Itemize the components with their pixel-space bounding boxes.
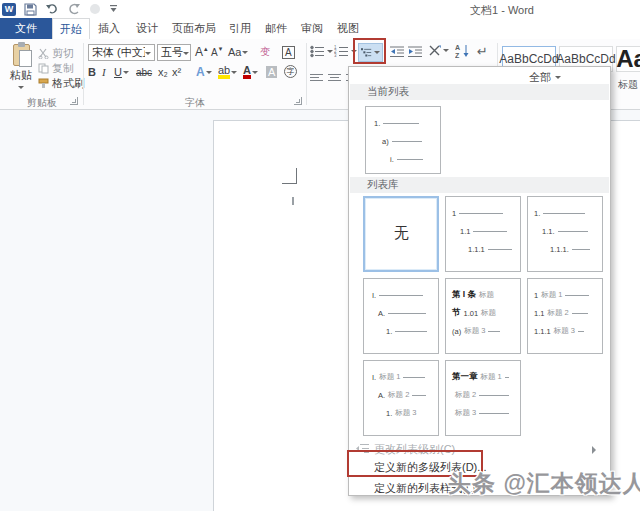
font-name-combo[interactable]: 宋体 (中文正文	[88, 44, 155, 61]
asian-layout-button[interactable]	[428, 44, 449, 57]
shrink-font-button[interactable]: A▾	[211, 44, 222, 60]
font-size-combo[interactable]: 五号	[157, 44, 191, 61]
list-style-option-7[interactable]: 第一章标题 1标题 2标题 3	[445, 360, 521, 436]
margin-crop-mark	[282, 168, 297, 184]
font-group-label: 字体	[185, 96, 205, 110]
gallery-filter-dropdown[interactable]: 全部	[529, 70, 561, 85]
copy-button[interactable]: 复制	[38, 61, 74, 75]
paste-dropdown-caret[interactable]	[18, 86, 24, 92]
format-painter-button[interactable]: 格式刷	[38, 76, 85, 90]
text-cursor	[292, 197, 294, 205]
redo-icon[interactable]	[68, 3, 81, 15]
font-size-value: 五号	[161, 45, 183, 60]
customize-qat-icon[interactable]	[109, 4, 118, 14]
svg-text:Z: Z	[455, 52, 460, 58]
svg-text:3: 3	[334, 53, 337, 58]
clipboard-dialog-launcher[interactable]	[70, 97, 78, 105]
window-title: 文档1 - Word	[452, 3, 552, 18]
gallery-filter-label: 全部	[529, 70, 551, 85]
undo-icon[interactable]	[45, 3, 60, 15]
style-name-label: 标题	[618, 78, 638, 92]
bullets-button[interactable]	[310, 45, 333, 58]
decrease-indent-button[interactable]	[390, 46, 404, 58]
tab-2[interactable]: 设计	[128, 18, 166, 39]
paste-clipboard-icon	[13, 44, 30, 66]
tab-5[interactable]: 邮件	[258, 18, 294, 39]
character-border-button[interactable]: A	[282, 44, 295, 60]
enclose-characters-button[interactable]: 字	[284, 63, 297, 79]
cut-label: 剪切	[52, 46, 74, 61]
save-icon[interactable]	[24, 3, 37, 16]
current-list-preview[interactable]: 1.a)i.	[365, 106, 441, 174]
italic-button[interactable]: I	[102, 64, 106, 80]
text-effects-button[interactable]: A	[196, 64, 212, 80]
list-style-option-5[interactable]: 1标题 11.1标题 21.1.1标题 3	[527, 278, 603, 354]
tab-6[interactable]: 审阅	[294, 18, 330, 39]
copy-label: 复制	[52, 61, 74, 76]
svg-text:A: A	[455, 44, 460, 51]
submenu-arrow-icon	[592, 446, 600, 454]
list-style-option-4[interactable]: 第 I 条标题节1.01标题(a)标题 3	[445, 278, 521, 354]
title-bar: W 文档1 - Word	[0, 0, 640, 18]
tab-file[interactable]: 文件	[0, 18, 52, 39]
list-style-option-1[interactable]: 11.11.1.1	[445, 196, 521, 272]
cut-button[interactable]: 剪切	[38, 46, 74, 60]
show-hide-marks-button[interactable]: ↵	[477, 44, 488, 59]
tab-3[interactable]: 页面布局	[166, 18, 222, 39]
group-separator	[306, 43, 307, 105]
highlight-color-button[interactable]: ab	[218, 64, 237, 80]
change-level-icon	[356, 443, 369, 456]
paste-button[interactable]: 粘贴	[6, 44, 36, 94]
clipboard-group-label: 剪贴板	[27, 96, 57, 110]
tab-1[interactable]: 插入	[90, 18, 128, 39]
font-dialog-launcher[interactable]	[294, 97, 302, 105]
list-style-option-3[interactable]: I.A.1.	[363, 278, 439, 354]
strikethrough-button[interactable]: abc	[136, 64, 152, 80]
list-library-header: 列表库	[350, 177, 609, 193]
touch-mode-icon[interactable]	[89, 3, 101, 15]
bold-button[interactable]: B	[88, 64, 96, 80]
list-style-option-2[interactable]: 1.1.1.1.1.1.	[527, 196, 603, 272]
underline-button[interactable]: U	[114, 64, 129, 80]
phonetic-guide-button[interactable]: 变	[260, 44, 270, 60]
change-case-button[interactable]: Aa	[228, 44, 248, 60]
align-center-button[interactable]	[328, 72, 341, 82]
ribbon-tabs: 开始插入设计页面布局引用邮件审阅视图	[52, 18, 366, 39]
subscript-button[interactable]: x₂	[158, 64, 168, 80]
word-logo-icon: W	[2, 3, 16, 16]
sort-button[interactable]: AZ	[455, 44, 469, 58]
increase-indent-button[interactable]	[408, 46, 422, 58]
watermark-text: 头条 @汇本领达人	[448, 468, 640, 499]
style-option-title[interactable]: Aa	[616, 46, 640, 72]
multilevel-list-button[interactable]	[358, 43, 383, 62]
font-name-value: 宋体 (中文正文	[92, 45, 145, 60]
current-list-header: 当前列表	[350, 84, 609, 100]
multilevel-list-dropdown: 全部 当前列表 1.a)i. 列表库 无11.11.1.11.1.1.1.1.1…	[348, 66, 611, 496]
list-style-option-6[interactable]: I.标题 1A.标题 21.标题 3	[363, 360, 439, 436]
ribbon-tab-bar: 文件 开始插入设计页面布局引用邮件审阅视图	[0, 18, 640, 39]
tab-7[interactable]: 视图	[330, 18, 366, 39]
format-painter-label: 格式刷	[52, 76, 85, 91]
font-color-button[interactable]: A	[243, 64, 258, 80]
group-separator	[83, 43, 84, 105]
change-list-level-item[interactable]: 更改列表级别(C)	[350, 440, 609, 459]
superscript-button[interactable]: x²	[172, 64, 181, 80]
list-style-none-option[interactable]: 无	[363, 196, 439, 272]
paste-label: 粘贴	[10, 68, 32, 83]
align-left-button[interactable]	[310, 72, 323, 82]
grow-font-button[interactable]: A▴	[195, 44, 208, 60]
tab-0[interactable]: 开始	[52, 18, 90, 39]
character-shading-button[interactable]: A	[266, 64, 277, 80]
numbering-button[interactable]: 123	[334, 45, 357, 58]
tab-4[interactable]: 引用	[222, 18, 258, 39]
quick-access-toolbar: W	[2, 2, 118, 16]
